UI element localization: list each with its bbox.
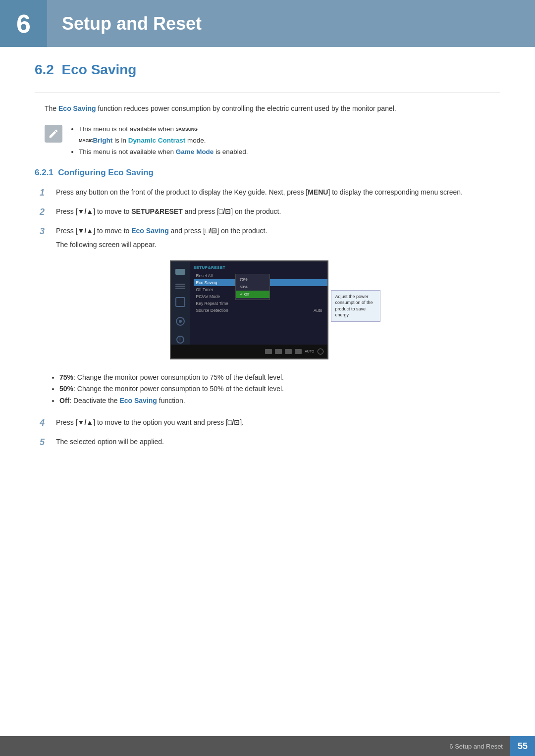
bottom-icon-1 — [265, 349, 272, 354]
bullet-75: 75%: Change the monitor power consumptio… — [59, 372, 500, 384]
sidebar-icon-info: i — [176, 336, 184, 344]
note-box: This menu is not available when SAMSUNGM… — [45, 124, 500, 158]
steps-list-2: 4 Press [▼/▲] to move to the option you … — [35, 417, 500, 450]
sidebar-icon-3 — [175, 297, 185, 307]
note-item-1: This menu is not available when SAMSUNGM… — [79, 124, 248, 147]
bullet-off: Off: Deactivate the Eco Saving function. — [59, 395, 500, 407]
section-title: 6.2 Eco Saving — [35, 62, 500, 80]
screen-container: i SETUP&RESET Reset All Eco Saving Off T… — [50, 260, 500, 359]
screen-sidebar: i — [171, 261, 190, 358]
note-icon — [45, 125, 62, 143]
submenu-50: 50% — [236, 283, 269, 291]
step-4: 4 Press [▼/▲] to move to the option you … — [40, 417, 500, 430]
page-header: 6 Setup and Reset — [0, 0, 535, 47]
submenu-off: ✓ Off — [236, 291, 269, 298]
bottom-power-icon — [318, 349, 323, 354]
footer-page-number: 55 — [510, 736, 535, 756]
chapter-title: Setup and Reset — [62, 13, 202, 34]
menu-source-detect: Source DetectionAuto — [194, 307, 327, 314]
bottom-icon-2 — [275, 349, 282, 354]
sidebar-icon-1 — [175, 269, 185, 275]
step-3: 3 Press [▼/▲] to move to Eco Saving and … — [40, 225, 500, 251]
note-list: This menu is not available when SAMSUNGM… — [70, 124, 248, 158]
sidebar-icon-2 — [175, 284, 185, 285]
bullet-list: 75%: Change the monitor power consumptio… — [35, 372, 500, 407]
submenu-75: 75% — [236, 276, 269, 283]
subsection-title: 6.2.1 Configuring Eco Saving — [35, 168, 500, 178]
section-divider — [35, 93, 500, 93]
steps-list: 1 Press any button on the front of the p… — [35, 187, 500, 250]
screen-submenu: 75% 50% ✓ Off — [235, 274, 270, 300]
screen-bottom-bar: AUTO — [171, 345, 327, 358]
sidebar-icon-gear — [176, 317, 185, 326]
step-5: 5 The selected option will be applied. — [40, 436, 500, 450]
step-1: 1 Press any button on the front of the p… — [40, 187, 500, 200]
footer-chapter-ref: 6 Setup and Reset — [449, 743, 503, 750]
screen-wrapper: i SETUP&RESET Reset All Eco Saving Off T… — [170, 260, 380, 359]
step-2: 2 Press [▼/▲] to move to SETUP&RESET and… — [40, 206, 500, 219]
monitor-screen: i SETUP&RESET Reset All Eco Saving Off T… — [170, 260, 328, 359]
page-content: 6.2 Eco Saving The Eco Saving function r… — [0, 62, 535, 450]
menu-key-repeat: Key Repeat Time — [194, 300, 327, 307]
note-item-2: This menu is not available when Game Mod… — [79, 147, 248, 158]
bottom-icon-3 — [285, 349, 292, 354]
intro-paragraph: The Eco Saving function reduces power co… — [45, 103, 500, 114]
bullet-50: 50%: Change the monitor power consumptio… — [59, 383, 500, 395]
eco-saving-bold: Eco Saving — [58, 104, 96, 112]
screen-tooltip: Adjust the power consumption of the prod… — [331, 290, 380, 322]
bottom-auto-text: AUTO — [305, 350, 314, 353]
bottom-icon-4 — [295, 349, 302, 354]
page-footer: 6 Setup and Reset 55 — [0, 736, 535, 756]
pencil-icon — [48, 128, 59, 139]
chapter-number: 6 — [0, 0, 47, 47]
screen-menu-title: SETUP&RESET — [194, 265, 327, 270]
